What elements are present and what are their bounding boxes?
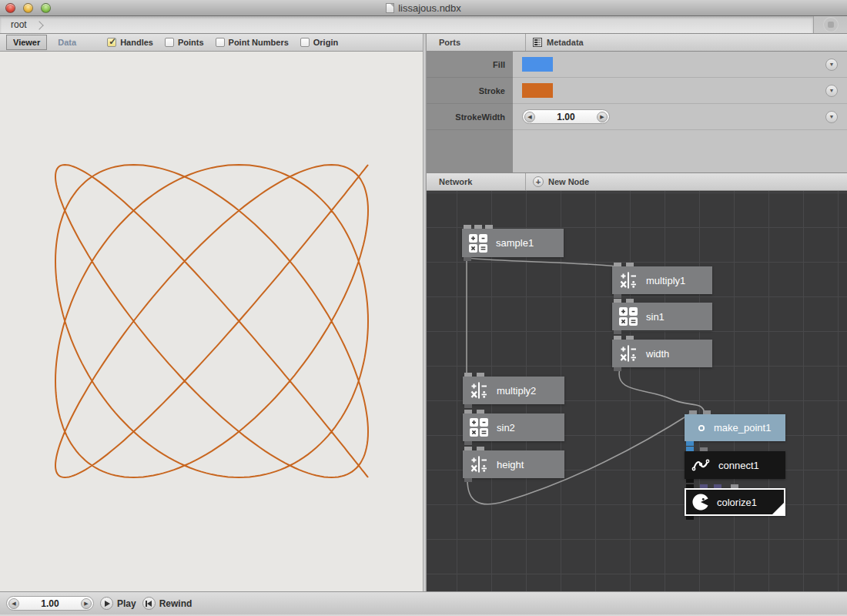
input-port[interactable] [464,373,472,377]
checkbox-box[interactable] [216,38,225,47]
output-port[interactable] [686,516,694,520]
disclosure-button[interactable]: ▼ [825,59,838,71]
node-width[interactable]: width [612,340,712,367]
viewer-tabbar: Viewer Data HandlesPointsPoint NumbersOr… [0,34,423,52]
input-port[interactable] [731,484,738,488]
input-port[interactable] [714,484,721,488]
disclosure-button[interactable]: ▼ [825,85,838,97]
output-port[interactable] [464,257,471,261]
decrement-arrow-icon[interactable]: ◀ [524,112,535,122]
tab-network[interactable]: Network [427,173,525,190]
breadcrumb[interactable]: root [0,16,814,33]
input-port[interactable] [614,263,621,266]
checkbox-box[interactable] [165,38,174,47]
stroke-color-swatch[interactable] [522,83,553,98]
colorize-icon [692,494,709,511]
output-port[interactable] [614,294,621,298]
breadcrumb-chevron-icon [35,21,43,29]
port-label-fill[interactable]: Fill [427,52,513,78]
tab-ports[interactable]: Ports [427,34,525,51]
input-port[interactable] [485,225,493,229]
checkbox-point-numbers[interactable]: Point Numbers [216,38,289,47]
frame-decrement-arrow-icon[interactable]: ◀ [8,598,19,609]
disclosure-button[interactable]: ▼ [825,111,838,123]
rewind-label: Rewind [159,598,192,609]
input-port[interactable] [614,299,621,303]
viewer-pane: Viewer Data HandlesPointsPoint NumbersOr… [0,34,423,591]
tab-data[interactable]: Data [52,35,82,49]
checkbox-box[interactable] [300,38,310,47]
input-port[interactable] [700,447,708,451]
node-label: width [646,348,669,360]
input-port[interactable] [477,447,484,450]
node-label: height [497,459,524,470]
tab-viewer[interactable]: Viewer [6,35,47,50]
node-multiply2[interactable]: multiply2 [463,377,564,404]
node-height[interactable]: height [463,450,564,478]
node-sample1[interactable]: sample1 [462,229,564,257]
output-port[interactable] [614,367,621,371]
node-colorize1[interactable]: colorize1 [685,488,785,516]
output-port[interactable] [686,441,694,446]
node-label: sample1 [496,237,534,249]
node-label: make_point1 [714,422,771,434]
output-port[interactable] [464,441,472,445]
close-button[interactable] [5,3,15,13]
input-port[interactable] [689,410,697,414]
input-port[interactable] [477,410,484,413]
output-port[interactable] [464,404,472,408]
play-button[interactable]: Play [100,597,136,610]
minimize-button[interactable] [23,3,33,13]
new-node-button[interactable]: + New Node [526,173,589,190]
port-label-stroke[interactable]: Stroke [427,78,513,104]
node-sin2[interactable]: sin2 [463,413,564,441]
input-port[interactable] [464,447,472,450]
breadcrumb-root[interactable]: root [11,19,27,30]
frame-spinner[interactable]: ◀ 1.00 ▶ [6,596,94,611]
input-port[interactable] [626,299,634,303]
progress-indicator-area [814,16,847,33]
output-port[interactable] [686,479,694,483]
output-port[interactable] [464,478,472,482]
strokewidth-spinner[interactable]: ◀1.00▶ [522,109,610,124]
zoom-button[interactable] [41,3,51,13]
input-port[interactable] [626,263,634,266]
input-port[interactable] [614,336,621,340]
lissajous-drawing [0,52,423,591]
input-port[interactable] [464,410,472,413]
port-value-strokewidth: ◀1.00▶▼ [513,104,847,130]
network-canvas[interactable]: sample1multiply1sin1widthmultiply2sin2he… [427,191,847,591]
port-label-strokewidth[interactable]: StrokeWidth [427,104,513,130]
input-port[interactable] [626,336,634,340]
input-port[interactable] [464,225,471,229]
new-node-label: New Node [548,177,589,186]
tab-metadata[interactable]: Metadata [526,34,584,51]
rewind-button[interactable]: Rewind [142,597,192,610]
node-multiply1[interactable]: multiply1 [612,266,712,294]
input-port[interactable] [700,484,708,488]
input-port[interactable] [703,410,711,414]
checkbox-origin[interactable]: Origin [300,38,338,47]
frame-value: 1.00 [41,598,59,609]
increment-arrow-icon[interactable]: ▶ [597,112,608,122]
math-grid-icon [618,306,638,326]
input-port[interactable] [686,447,694,451]
node-sin1[interactable]: sin1 [612,303,712,330]
frame-increment-arrow-icon[interactable]: ▶ [81,598,92,609]
checkbox-handles[interactable]: Handles [107,38,153,47]
viewer-canvas[interactable] [0,52,423,591]
render-progress-button[interactable] [823,17,839,32]
address-bar: root [0,16,847,34]
input-port[interactable] [686,484,694,488]
input-port[interactable] [474,225,482,229]
fill-color-swatch[interactable] [522,57,553,72]
math-grid-icon [469,417,489,437]
node-connect1[interactable]: connect1 [685,451,785,479]
node-label: sin1 [646,311,665,323]
node-make_point1[interactable]: make_point1 [685,414,785,441]
output-port[interactable] [614,330,621,334]
input-port[interactable] [477,373,484,377]
checkbox-points[interactable]: Points [165,38,204,47]
window-title-text: lissajous.ndbx [398,2,461,14]
checkbox-box[interactable] [107,38,116,47]
